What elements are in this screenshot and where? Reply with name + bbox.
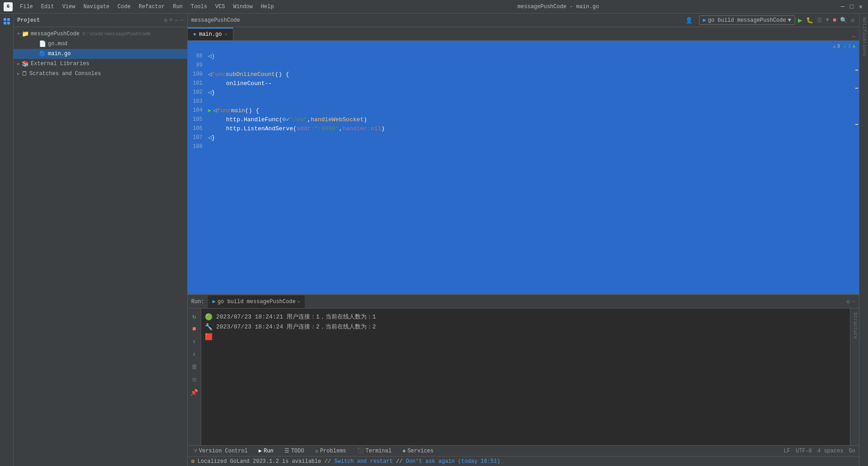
- tab-maingo[interactable]: ● main.go ✕: [188, 28, 233, 40]
- line-num-101: 101: [188, 80, 208, 86]
- fold-107: ◁: [208, 134, 212, 141]
- notifications-sidebar[interactable]: Notifications: [859, 14, 868, 466]
- tab-more-icon[interactable]: ⋯: [848, 33, 859, 40]
- menu-run[interactable]: Run: [169, 3, 186, 11]
- run-button[interactable]: ▶: [797, 15, 803, 26]
- menu-code[interactable]: Code: [114, 3, 134, 11]
- code-content-102: }: [212, 89, 215, 96]
- run-tab-label: go build messagePushCode: [217, 299, 296, 305]
- code-editor[interactable]: 98 ◁} 99 100 ◁ func subOnlineCount (: [188, 52, 859, 294]
- menu-view[interactable]: View: [59, 3, 79, 11]
- line-num-100: 100: [188, 71, 208, 77]
- line-ending-indicator[interactable]: LF: [784, 448, 790, 454]
- settings-button[interactable]: ⚙: [850, 16, 855, 25]
- menu-window[interactable]: Window: [230, 3, 256, 11]
- check-count: 1: [848, 43, 851, 49]
- run-arrow-104[interactable]: ▶: [208, 107, 212, 114]
- more-run-options[interactable]: ▼: [825, 16, 830, 24]
- console-icon-1: 🟢: [205, 312, 212, 322]
- stop-run-icon[interactable]: ■: [189, 323, 200, 335]
- scroll-output-icon[interactable]: ⬇: [189, 348, 200, 360]
- status-vcs-label: Version Control: [199, 448, 248, 454]
- project-collapse-icon[interactable]: ─: [180, 17, 184, 24]
- menu-vcs[interactable]: VCS: [212, 3, 229, 11]
- tree-item-scratches[interactable]: ▶ 🗒 Scratches and Consoles: [14, 69, 187, 79]
- root-folder-label: messagePushCode: [31, 31, 80, 37]
- warning-count: 3: [837, 43, 840, 49]
- profile-icon[interactable]: 👤: [684, 16, 693, 25]
- clear-icon[interactable]: 🗑: [189, 361, 200, 373]
- console-line-1: 🟢 2023/07/23 18:24:21 用户连接：1，当前在线人数为：1: [205, 312, 846, 322]
- menu-help[interactable]: Help: [257, 3, 278, 11]
- run-tab-close-icon[interactable]: ✕: [297, 299, 300, 304]
- resume-icon[interactable]: ⬆: [189, 336, 200, 347]
- tab-close-icon[interactable]: ✕: [225, 32, 227, 37]
- project-title: Project: [17, 17, 162, 24]
- svg-rect-3: [7, 22, 10, 24]
- status-tab-terminal[interactable]: ⬛ Terminal: [354, 446, 395, 456]
- structure-sidebar[interactable]: Structure: [850, 309, 859, 445]
- arrow-placeholder: [32, 42, 37, 47]
- tree-item-extlibs[interactable]: ▶ 📚 External Libraries: [14, 59, 187, 69]
- code-content-106: http.ListenAndServe(: [208, 125, 297, 132]
- param-addr: addr:: [297, 125, 314, 132]
- search-button[interactable]: 🔍: [839, 16, 848, 25]
- code-line-99: 99: [188, 61, 854, 70]
- extlibs-label: External Libraries: [31, 61, 90, 67]
- notification-dismiss-link[interactable]: Don't ask again (today 16:51): [406, 458, 500, 465]
- split-icon[interactable]: ⊟: [189, 374, 200, 385]
- maingo-label: main.go: [48, 51, 71, 57]
- tree-item-maingo[interactable]: 🔵 main.go: [14, 49, 187, 59]
- project-layout-icon[interactable]: ≡: [170, 17, 173, 24]
- line-num-103: 103: [188, 98, 208, 105]
- tab-bar: ● main.go ✕ ⋯: [188, 27, 859, 41]
- indent-indicator[interactable]: 4 spaces: [817, 448, 844, 454]
- editor-right-area: messagePushCode 👤 ▶ go build messagePush…: [188, 14, 859, 466]
- editor-toolbar: messagePushCode 👤 ▶ go build messagePush…: [188, 14, 859, 27]
- window-controls: ─ □ ✕: [839, 3, 864, 10]
- project-more-icon[interactable]: ⋯: [175, 17, 178, 24]
- run-config[interactable]: ▶ go build messagePushCode ▼: [699, 15, 795, 25]
- notification-switch-link[interactable]: Switch and restart: [334, 458, 393, 465]
- project-tree: ▼ 📁 messagePushCode D:\Code\messagePushC…: [14, 27, 187, 466]
- menu-edit[interactable]: Edit: [38, 3, 58, 11]
- menu-navigate[interactable]: Navigate: [80, 3, 113, 11]
- fn-name-104: main: [231, 107, 245, 114]
- status-tab-vcs[interactable]: ⑂ Version Control: [191, 446, 250, 456]
- coverage-button[interactable]: ☰: [816, 16, 823, 25]
- run-tab[interactable]: ▶ go build messagePushCode ✕: [208, 295, 305, 308]
- notification-icon: ⊙: [191, 458, 195, 465]
- settings-run-icon[interactable]: ⚙: [846, 298, 850, 305]
- line-num-105: 105: [188, 116, 208, 123]
- project-settings-icon[interactable]: ⚙: [164, 17, 168, 24]
- pin-console-icon[interactable]: 📌: [189, 386, 200, 398]
- encoding-indicator[interactable]: UTF-8: [796, 448, 812, 454]
- menu-refactor[interactable]: Refactor: [135, 3, 169, 11]
- code-paren-104: () {: [245, 107, 259, 114]
- check-indicator[interactable]: ✓ 1 ▲: [844, 43, 855, 49]
- warning-indicator[interactable]: ⚠ 3: [833, 43, 840, 49]
- project-icon[interactable]: [1, 15, 13, 27]
- code-line-101: 101 onlineCount--: [188, 79, 854, 88]
- problems-icon: ⚠: [315, 447, 318, 454]
- status-tab-todo[interactable]: ☰ TODO: [282, 446, 307, 456]
- warning-triangle-icon: ⚠: [833, 43, 836, 49]
- status-tab-services[interactable]: ◈ Services: [400, 446, 436, 456]
- pin-icon[interactable]: ─: [852, 298, 855, 305]
- status-tab-problems[interactable]: ⚠ Problems: [312, 446, 349, 456]
- lang-indicator[interactable]: Go: [849, 448, 855, 454]
- stop-button[interactable]: ■: [832, 16, 837, 24]
- close-button[interactable]: ✕: [857, 3, 864, 10]
- maximize-button[interactable]: □: [848, 3, 855, 10]
- fn-handlews: handleWebSocket: [311, 116, 363, 123]
- tree-item-root[interactable]: ▼ 📁 messagePushCode D:\Code\messagePushC…: [14, 29, 187, 39]
- menu-file[interactable]: File: [16, 3, 37, 11]
- menu-tools[interactable]: Tools: [187, 3, 211, 11]
- bottom-left-icons: ↻ ■ ⬆ ⬇ 🗑 ⊟ 📌: [188, 309, 201, 445]
- rerun-icon[interactable]: ↻: [189, 310, 200, 322]
- debug-button[interactable]: 🐛: [805, 16, 814, 25]
- status-tab-run[interactable]: ▶ Run: [256, 446, 276, 456]
- tree-item-gomod[interactable]: 📄 go.mod: [14, 39, 187, 49]
- minimize-button[interactable]: ─: [839, 3, 846, 10]
- tab-label: main.go: [199, 31, 222, 38]
